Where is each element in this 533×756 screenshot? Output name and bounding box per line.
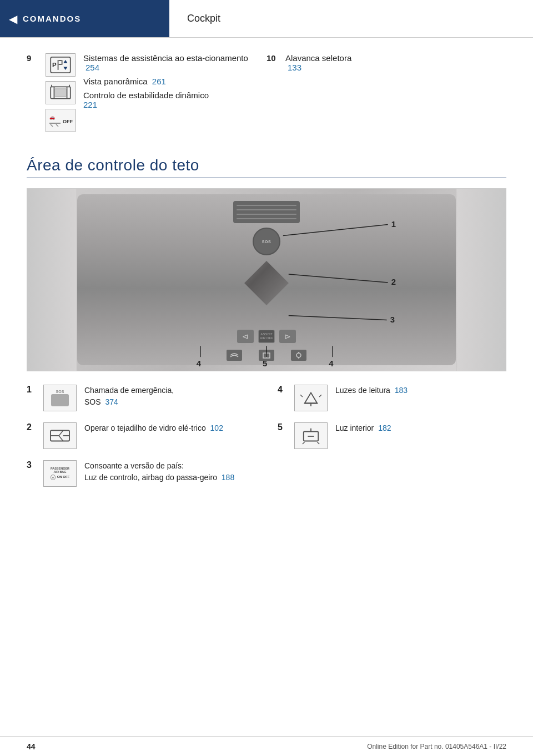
page-title: Cockpit (187, 13, 220, 24)
footer-page-number: 44 (27, 742, 36, 751)
svg-line-37 (300, 395, 303, 397)
top-items-grid: 9 P (27, 53, 506, 140)
bottom-item-2-text: Operar o tejadilho de vidro elé-trico 10… (84, 422, 223, 434)
back-arrow-icon[interactable]: ◀ (9, 12, 17, 26)
item-9-texts: Sistemas de assistência ao esta-cionamen… (83, 53, 266, 114)
item-10: 10 Alavanca seletora 133 (266, 53, 506, 132)
item-3-icon: PASSENGERAIR BAG ● ON OFF (43, 460, 77, 487)
item-9: 9 P (27, 53, 266, 132)
item-5-icon (294, 422, 328, 449)
bottom-item-2-number: 2 (27, 422, 36, 432)
bottom-item-3-number: 3 (27, 460, 36, 470)
item-10-number: 10 (266, 53, 278, 63)
bottom-item-4: 4 Luzes de leitura 183 (278, 385, 506, 411)
main-content: 9 P (0, 38, 533, 502)
svg-rect-2 (58, 60, 59, 70)
bottom-item-3: 3 PASSENGERAIR BAG ● ON OFF Consoante a … (27, 460, 255, 487)
svg-marker-6 (63, 60, 67, 63)
bottom-item-1-text: Chamada de emergência, SOS 374 (84, 385, 174, 408)
svg-text:🚗: 🚗 (49, 114, 55, 120)
svg-rect-5 (62, 60, 63, 65)
svg-rect-3 (58, 60, 61, 61)
car-roof-image: SOS ⊲ ASSISTAIR OFF ⊳ (27, 188, 506, 371)
item-9-text-2: Vista panorâmica 261 (83, 77, 266, 86)
section-title: COMANDOS (23, 14, 81, 23)
bottom-item-4-number: 4 (278, 385, 286, 395)
car-image-inner: SOS ⊲ ASSISTAIR OFF ⊳ (27, 189, 506, 371)
header-left: ◀ COMANDOS (0, 0, 169, 37)
item-2-icon (43, 422, 77, 449)
item-9-text-1: Sistemas de assistência ao esta-cionamen… (83, 53, 266, 72)
dsc-icon: 🚗 OFF (46, 109, 76, 132)
svg-line-46 (303, 442, 305, 444)
item-9-number: 9 (27, 53, 38, 63)
bottom-item-1-number: 1 (27, 385, 36, 395)
item-1-icon: SOS (43, 385, 77, 411)
bottom-items-grid: 1 SOS Chamada de emergência, SOS 374 4 (27, 385, 506, 487)
item-4-icon (294, 385, 328, 411)
svg-line-18 (56, 124, 58, 127)
footer-edition-text: Online Edition for Part no. 01405A546A1 … (367, 743, 506, 750)
item-9-icons: P (46, 53, 76, 132)
svg-line-42 (59, 431, 63, 436)
bottom-item-5-number: 5 (278, 422, 286, 432)
header-right: Cockpit (169, 0, 533, 37)
bottom-item-2: 2 Operar o tejadilho de vidro elé-trico … (27, 422, 255, 449)
svg-point-20 (296, 353, 301, 357)
svg-line-47 (317, 442, 319, 444)
header: ◀ COMANDOS Cockpit (0, 0, 533, 38)
footer: 44 Online Edition for Part no. 01405A546… (0, 736, 533, 756)
bottom-item-5-text: Luz interior 182 (335, 422, 391, 434)
parking-assist-icon: P (46, 53, 76, 77)
bottom-item-1: 1 SOS Chamada de emergência, SOS 374 (27, 385, 255, 411)
panoramic-icon (46, 81, 76, 104)
svg-line-38 (319, 395, 321, 397)
bottom-item-4-text: Luzes de leitura 183 (335, 385, 408, 396)
item-9-text-3: Controlo de estabilidade dinâmico 221 (83, 90, 266, 109)
svg-rect-11 (54, 89, 66, 97)
svg-line-17 (51, 124, 53, 127)
bottom-item-5: 5 Luz interior 182 (278, 422, 506, 449)
section-heading: Área de controle do teto (27, 157, 506, 178)
svg-text:P: P (52, 62, 57, 68)
item-10-text: Alavanca seletora 133 (285, 53, 351, 72)
svg-rect-4 (58, 64, 61, 65)
svg-text:OFF: OFF (63, 119, 73, 124)
svg-marker-7 (63, 67, 67, 70)
bottom-item-3-text: Consoante a versão de país: Luz de contr… (84, 460, 234, 483)
svg-line-43 (59, 436, 63, 441)
